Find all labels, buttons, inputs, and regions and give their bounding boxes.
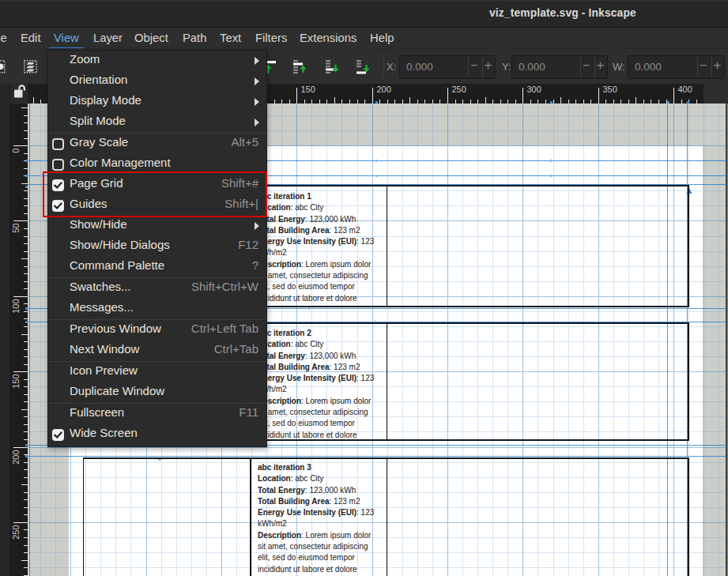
svg-text:100: 100 bbox=[11, 299, 21, 314]
svg-text:50: 50 bbox=[11, 224, 21, 233]
svg-text:400: 400 bbox=[678, 85, 692, 94]
svg-text:250: 250 bbox=[452, 85, 466, 94]
svg-text:350: 350 bbox=[603, 85, 617, 94]
svg-text:150: 150 bbox=[301, 85, 315, 94]
svg-text:200: 200 bbox=[11, 450, 21, 465]
svg-text:250: 250 bbox=[11, 525, 21, 540]
svg-text:200: 200 bbox=[377, 85, 391, 94]
svg-text:150: 150 bbox=[11, 375, 21, 389]
svg-text:300: 300 bbox=[527, 85, 541, 94]
svg-text:0: 0 bbox=[11, 149, 21, 153]
